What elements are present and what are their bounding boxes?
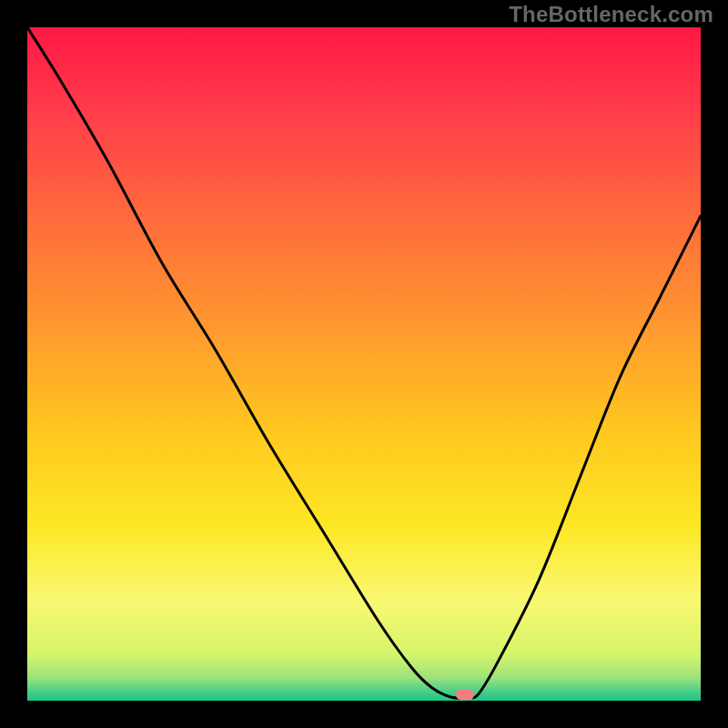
optimal-marker xyxy=(456,689,474,700)
chart-frame: TheBottleneck.com xyxy=(0,0,728,728)
watermark: TheBottleneck.com xyxy=(509,2,713,27)
bottleneck-chart xyxy=(27,27,701,701)
